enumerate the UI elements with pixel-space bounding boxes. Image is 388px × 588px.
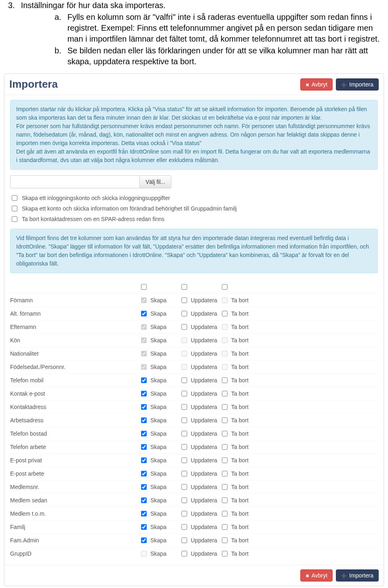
tabort-label: Ta bort (231, 537, 249, 544)
tabort-checkbox[interactable] (222, 471, 228, 476)
info-alert-1: Importen startar när du klickar på Impor… (10, 100, 378, 170)
grid-row: KönSkapaUppdateraTa bort (10, 333, 378, 347)
tabort-label: Ta bort (231, 484, 249, 490)
checkbox-create-login[interactable]: Skapa ett inloggningskonto och skicka in… (10, 194, 378, 202)
tabort-label: Ta bort (231, 390, 249, 397)
uppdatera-checkbox[interactable] (181, 311, 187, 316)
tabort-label: Ta bort (231, 497, 249, 504)
skapa-checkbox (141, 351, 147, 356)
tabort-checkbox[interactable] (222, 391, 228, 396)
skapa-checkbox[interactable] (141, 444, 147, 450)
tabort-label: Ta bort (231, 324, 249, 330)
tabort-checkbox[interactable] (222, 311, 228, 316)
skapa-checkbox[interactable] (141, 417, 147, 423)
uppdatera-checkbox[interactable] (181, 497, 187, 503)
cancel-button[interactable]: Avbryt (300, 78, 333, 91)
skapa-checkbox[interactable] (141, 484, 147, 490)
uppdatera-label: Uppdatera (191, 390, 217, 397)
grid-header-row (10, 279, 378, 293)
uppdatera-checkbox[interactable] (181, 431, 187, 436)
tabort-checkbox[interactable] (222, 551, 228, 556)
uppdatera-label: Uppdatera (191, 350, 217, 357)
tabort-checkbox[interactable] (222, 404, 228, 410)
field-label: GruppID (10, 550, 139, 557)
uppdatera-checkbox[interactable] (181, 457, 187, 463)
header-uppdatera-checkbox[interactable] (181, 284, 187, 290)
uppdatera-checkbox[interactable] (181, 551, 187, 556)
tabort-label: Ta bort (231, 417, 249, 424)
uppdatera-checkbox[interactable] (181, 444, 187, 450)
tabort-checkbox[interactable] (222, 417, 228, 423)
tabort-checkbox[interactable] (222, 497, 228, 503)
choose-file-button[interactable]: Välj fil... (139, 175, 171, 188)
field-label: Telefon bostad (10, 430, 139, 437)
checkbox-group-admin-box[interactable] (12, 206, 17, 211)
uppdatera-checkbox[interactable] (181, 391, 187, 396)
cancel-button-footer[interactable]: Avbryt (300, 569, 333, 582)
grid-row: GruppIDSkapaUppdateraTa bort (10, 547, 378, 560)
grid-row: FörnamnSkapaUppdateraTa bort (10, 293, 378, 307)
tabort-checkbox[interactable] (222, 444, 228, 450)
skapa-checkbox[interactable] (141, 457, 147, 463)
checkbox-remove-contact[interactable]: Ta bort kontaktadressen om en SPAR-adres… (10, 215, 378, 223)
skapa-checkbox[interactable] (141, 404, 147, 410)
skapa-label: Skapa (150, 377, 167, 384)
tabort-checkbox[interactable] (222, 484, 228, 490)
grid-row: Kontak e-postSkapaUppdateraTa bort (10, 387, 378, 400)
uppdatera-checkbox[interactable] (181, 471, 187, 476)
import-button-footer[interactable]: Importera (336, 569, 379, 582)
uppdatera-checkbox[interactable] (181, 297, 187, 303)
skapa-label: Skapa (150, 510, 167, 517)
list-text-b: Se bilden nedan eller läs förklaringen u… (67, 45, 380, 67)
skapa-checkbox[interactable] (141, 497, 147, 503)
skapa-label: Skapa (150, 390, 167, 397)
skapa-label: Skapa (150, 337, 167, 344)
import-button-label: Importera (349, 82, 373, 87)
grid-row: ArbetsadressSkapaUppdateraTa bort (10, 413, 378, 427)
checkbox-create-login-box[interactable] (12, 195, 17, 201)
uppdatera-checkbox[interactable] (181, 417, 187, 423)
plus-icon (341, 573, 347, 578)
checkbox-remove-contact-box[interactable] (12, 216, 17, 222)
skapa-checkbox[interactable] (141, 431, 147, 436)
tabort-checkbox[interactable] (222, 377, 228, 383)
tabort-checkbox[interactable] (222, 457, 228, 463)
cancel-button-label: Avbryt (312, 82, 327, 87)
tabort-checkbox[interactable] (222, 511, 228, 516)
header-skapa-checkbox[interactable] (141, 284, 147, 290)
uppdatera-label: Uppdatera (191, 550, 217, 557)
uppdatera-checkbox[interactable] (181, 524, 187, 530)
skapa-checkbox[interactable] (141, 471, 147, 476)
file-input[interactable] (10, 175, 139, 188)
uppdatera-checkbox[interactable] (181, 324, 187, 330)
import-button[interactable]: Importera (336, 78, 379, 91)
tabort-checkbox[interactable] (222, 524, 228, 530)
uppdatera-checkbox[interactable] (181, 377, 187, 383)
grid-row: EfternamnSkapaUppdateraTa bort (10, 320, 378, 333)
panel-footer: Avbryt Importera (4, 565, 384, 586)
list-letter-b: b. (55, 45, 61, 67)
skapa-checkbox[interactable] (141, 311, 147, 316)
skapa-checkbox[interactable] (141, 511, 147, 516)
grid-row: Medlem sedanSkapaUppdateraTa bort (10, 493, 378, 507)
tabort-checkbox[interactable] (222, 537, 228, 543)
uppdatera-label: Uppdatera (191, 337, 217, 344)
checkbox-group-admin[interactable]: Skapa ett konto och skicka information o… (10, 204, 378, 213)
uppdatera-checkbox[interactable] (181, 537, 187, 543)
tabort-checkbox (222, 351, 228, 356)
skapa-checkbox[interactable] (141, 377, 147, 383)
skapa-checkbox[interactable] (141, 391, 147, 396)
skapa-checkbox[interactable] (141, 537, 147, 543)
uppdatera-checkbox[interactable] (181, 511, 187, 516)
header-tabort-checkbox[interactable] (222, 284, 228, 290)
uppdatera-checkbox[interactable] (181, 484, 187, 490)
tabort-checkbox (222, 337, 228, 343)
cancel-button-footer-label: Avbryt (312, 573, 327, 578)
panel-body: Importen startar när du klickar på Impor… (4, 95, 384, 565)
field-label: Telefon arbete (10, 444, 139, 450)
uppdatera-checkbox[interactable] (181, 404, 187, 410)
tabort-checkbox[interactable] (222, 431, 228, 436)
field-label: Kön (10, 337, 139, 344)
field-label: E-post arbete (10, 470, 139, 477)
skapa-checkbox[interactable] (141, 524, 147, 530)
